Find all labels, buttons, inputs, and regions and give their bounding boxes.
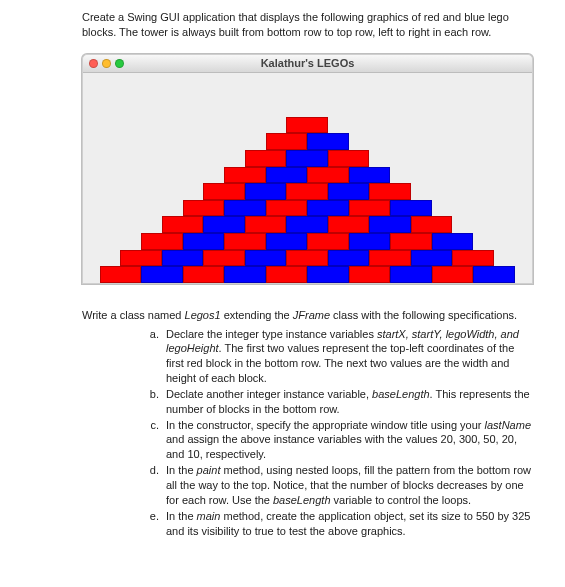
lego-block xyxy=(162,216,204,233)
italic-term: baseLength xyxy=(273,494,331,506)
lego-block xyxy=(224,233,266,250)
italic-term: lastName xyxy=(485,419,531,431)
lego-block xyxy=(369,183,411,200)
lego-block xyxy=(266,266,308,283)
lego-block xyxy=(432,233,474,250)
lego-row xyxy=(224,167,390,184)
lego-block xyxy=(328,183,370,200)
lego-block xyxy=(349,200,391,217)
lego-block xyxy=(390,200,432,217)
lego-row xyxy=(100,266,515,283)
lego-block xyxy=(141,266,183,283)
canvas-area xyxy=(83,73,532,283)
lego-block xyxy=(183,266,225,283)
lego-block xyxy=(245,250,287,267)
italic-term: baseLength xyxy=(372,388,430,400)
spec-item: In the paint method, using nested loops,… xyxy=(162,463,533,508)
lego-block xyxy=(266,133,308,150)
lego-block xyxy=(203,216,245,233)
lego-block xyxy=(266,200,308,217)
lego-block xyxy=(224,167,266,184)
lego-block xyxy=(390,233,432,250)
lego-block xyxy=(266,167,308,184)
lego-row xyxy=(203,183,411,200)
lego-block xyxy=(307,167,349,184)
window-title: Kalathur's LEGOs xyxy=(83,57,532,69)
italic-term: paint xyxy=(197,464,221,476)
lego-block xyxy=(245,150,287,167)
lego-block xyxy=(120,250,162,267)
app-window: Kalathur's LEGOs xyxy=(82,54,533,284)
lego-block xyxy=(369,216,411,233)
lego-block xyxy=(245,216,287,233)
spec-item: In the main method, create the applicati… xyxy=(162,509,533,539)
lego-block xyxy=(328,250,370,267)
italic-term: startX, startY, legoWidth, and legoHeigh… xyxy=(166,328,519,355)
lego-row xyxy=(286,117,328,134)
jframe-name: JFrame xyxy=(293,309,330,321)
lego-block xyxy=(286,216,328,233)
lego-block xyxy=(224,266,266,283)
txt: Write a class named xyxy=(82,309,185,321)
spec-item: Declate another integer instance variabl… xyxy=(162,387,533,417)
lego-block xyxy=(390,266,432,283)
lego-block xyxy=(307,266,349,283)
lego-block xyxy=(266,233,308,250)
lego-block xyxy=(183,233,225,250)
lego-block xyxy=(473,266,515,283)
class-instruction: Write a class named Legos1 extending the… xyxy=(82,308,533,323)
lego-row xyxy=(162,216,453,233)
intro-text: Create a Swing GUI application that disp… xyxy=(82,10,533,40)
lego-row xyxy=(141,233,473,250)
lego-block xyxy=(183,200,225,217)
lego-block xyxy=(100,266,142,283)
zoom-icon[interactable] xyxy=(115,59,124,68)
lego-block xyxy=(286,117,328,134)
lego-block xyxy=(411,216,453,233)
lego-block xyxy=(328,150,370,167)
traffic-lights xyxy=(89,59,124,68)
spec-list: Declare the integer type instance variab… xyxy=(82,327,533,539)
lego-row xyxy=(120,250,494,267)
lego-block xyxy=(307,133,349,150)
lego-block xyxy=(307,233,349,250)
txt: class with the following specifications. xyxy=(330,309,517,321)
lego-row xyxy=(183,200,432,217)
lego-block xyxy=(349,167,391,184)
lego-block xyxy=(286,183,328,200)
lego-block xyxy=(411,250,453,267)
lego-block xyxy=(224,200,266,217)
lego-block xyxy=(141,233,183,250)
spec-item: In the constructor, specify the appropri… xyxy=(162,418,533,463)
lego-block xyxy=(286,250,328,267)
lego-block xyxy=(432,266,474,283)
lego-block xyxy=(349,233,391,250)
lego-block xyxy=(203,250,245,267)
lego-block xyxy=(203,183,245,200)
close-icon[interactable] xyxy=(89,59,98,68)
lego-block xyxy=(369,250,411,267)
lego-row xyxy=(245,150,370,167)
italic-term: main xyxy=(197,510,221,522)
minimize-icon[interactable] xyxy=(102,59,111,68)
titlebar: Kalathur's LEGOs xyxy=(83,55,532,73)
lego-block xyxy=(328,216,370,233)
lego-block xyxy=(349,266,391,283)
class-name: Legos1 xyxy=(185,309,221,321)
lego-block xyxy=(452,250,494,267)
lego-block xyxy=(286,150,328,167)
spec-item: Declare the integer type instance variab… xyxy=(162,327,533,386)
txt: extending the xyxy=(221,309,293,321)
lego-row xyxy=(266,133,349,150)
lego-block xyxy=(162,250,204,267)
lego-block xyxy=(307,200,349,217)
lego-block xyxy=(245,183,287,200)
